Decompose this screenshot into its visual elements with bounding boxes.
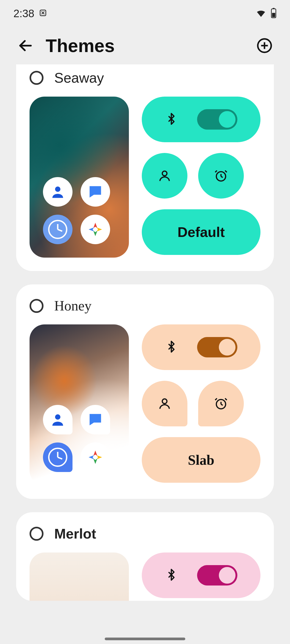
theme-radio-row[interactable]: Merlot — [30, 526, 260, 542]
radio-unselected-icon[interactable] — [30, 527, 44, 541]
wallpaper-preview[interactable] — [30, 324, 129, 485]
svg-point-20 — [55, 414, 60, 420]
svg-line-19 — [225, 171, 227, 173]
theme-list: Seaway — [0, 64, 290, 601]
theme-card-seaway[interactable]: Seaway — [16, 64, 274, 271]
theme-name: Merlot — [54, 526, 96, 542]
messages-app-icon — [81, 177, 110, 207]
toggle-knob — [219, 339, 235, 356]
app-icon-grid — [43, 177, 113, 247]
svg-line-29 — [225, 398, 227, 400]
photos-app-icon — [81, 442, 110, 472]
theme-controls — [142, 552, 260, 601]
svg-line-18 — [215, 171, 217, 173]
theme-radio-row[interactable]: Honey — [30, 298, 260, 314]
theme-name: Seaway — [54, 70, 104, 86]
radio-unselected-icon[interactable] — [30, 299, 44, 313]
font-style-pill[interactable]: Default — [142, 209, 260, 255]
wifi-icon — [256, 8, 266, 19]
svg-point-10 — [55, 186, 60, 192]
toggle-switch[interactable] — [197, 337, 237, 357]
theme-preview: Default — [30, 97, 260, 258]
wallpaper-preview[interactable] — [30, 552, 129, 601]
contacts-app-icon — [43, 177, 73, 207]
theme-radio-row[interactable]: Seaway — [30, 70, 260, 86]
radio-unselected-icon[interactable] — [30, 71, 44, 85]
battery-saver-icon — [39, 8, 47, 20]
gesture-nav-bar[interactable] — [105, 638, 185, 640]
svg-line-17 — [221, 176, 223, 177]
theme-card-honey[interactable]: Honey — [16, 284, 274, 499]
toggle-knob — [219, 111, 235, 128]
theme-preview: Slab — [30, 324, 260, 485]
theme-controls: Slab — [142, 324, 260, 485]
font-style-pill[interactable]: Slab — [142, 437, 260, 483]
contacts-app-icon — [43, 405, 73, 434]
font-label: Slab — [188, 452, 214, 468]
bluetooth-toggle-pill[interactable] — [142, 552, 260, 598]
toggle-switch[interactable] — [197, 109, 237, 130]
app-header: Themes — [0, 27, 290, 64]
bluetooth-icon — [165, 112, 178, 126]
theme-card-merlot[interactable]: Merlot — [16, 512, 274, 601]
shortcut-row — [142, 153, 260, 199]
add-theme-button[interactable] — [255, 36, 274, 55]
status-time: 2:38 — [13, 8, 34, 20]
svg-point-24 — [162, 399, 167, 404]
toggle-knob — [219, 567, 235, 584]
svg-line-27 — [221, 404, 223, 405]
alarm-shortcut[interactable] — [198, 153, 244, 199]
profile-shortcut[interactable] — [142, 381, 187, 426]
svg-rect-5 — [272, 13, 275, 17]
messages-app-icon — [81, 405, 110, 434]
app-icon-grid — [43, 405, 113, 475]
shortcut-row — [142, 381, 260, 426]
bluetooth-toggle-pill[interactable] — [142, 324, 260, 370]
clock-app-icon — [43, 442, 73, 472]
status-right — [256, 8, 277, 19]
font-label: Default — [177, 224, 225, 240]
theme-controls: Default — [142, 97, 260, 258]
battery-icon — [271, 8, 277, 19]
bluetooth-icon — [165, 340, 178, 354]
toggle-switch[interactable] — [197, 565, 237, 586]
back-button[interactable] — [16, 36, 35, 55]
theme-name: Honey — [54, 298, 92, 314]
photos-app-icon — [81, 215, 110, 244]
status-bar: 2:38 — [0, 0, 290, 27]
theme-preview — [30, 552, 260, 601]
clock-app-icon — [43, 215, 73, 244]
svg-point-14 — [162, 171, 167, 176]
alarm-shortcut[interactable] — [198, 381, 244, 426]
profile-shortcut[interactable] — [142, 153, 187, 199]
svg-line-28 — [215, 398, 217, 400]
page-title: Themes — [46, 35, 244, 56]
wallpaper-preview[interactable] — [30, 97, 129, 258]
bluetooth-toggle-pill[interactable] — [142, 97, 260, 142]
svg-rect-4 — [273, 8, 275, 9]
status-left: 2:38 — [13, 8, 47, 20]
bluetooth-icon — [165, 568, 178, 582]
